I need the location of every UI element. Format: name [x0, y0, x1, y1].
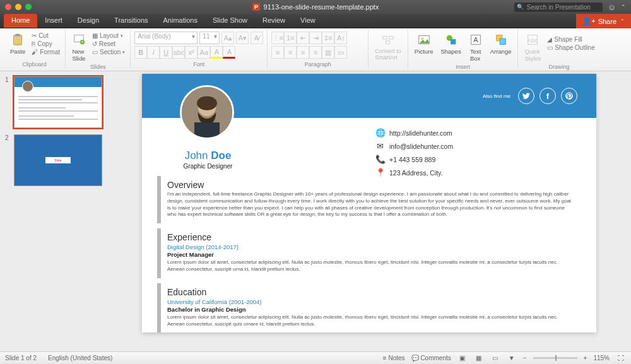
increase-font-button[interactable]: A▴ — [221, 32, 234, 44]
group-label-insert: Insert — [412, 63, 514, 70]
search-input[interactable]: Search in Presentation — [514, 3, 603, 12]
bold-button[interactable]: B — [134, 46, 147, 59]
twitter-icon[interactable] — [518, 88, 534, 104]
font-size-select[interactable]: 11 — [199, 32, 220, 44]
layout-button[interactable]: ▦Layout▾ — [91, 32, 126, 40]
group-label-drawing: Drawing — [522, 63, 596, 70]
slide-thumbnail-2[interactable]: Slide — [14, 134, 102, 186]
maximize-window-button[interactable] — [25, 4, 32, 10]
globe-icon: 🌐 — [375, 128, 384, 138]
minimize-window-button[interactable] — [15, 4, 21, 10]
textbox-button[interactable]: AText Box — [466, 32, 485, 63]
copy-button[interactable]: ⎘Copy — [30, 40, 61, 48]
shape-outline-button[interactable]: ▭Shape Outline — [546, 44, 596, 52]
facebook-icon[interactable]: f — [540, 88, 556, 104]
pinterest-icon[interactable] — [561, 88, 577, 104]
align-left-button[interactable]: ≡ — [271, 46, 284, 59]
ribbon-tabs: Home Insert Design Transitions Animation… — [0, 14, 631, 28]
tab-review[interactable]: Review — [255, 14, 293, 28]
align-center-button[interactable]: ≡ — [284, 46, 297, 59]
tab-design[interactable]: Design — [70, 14, 107, 28]
slide-canvas[interactable]: Also find me f John Doe Graphic Designer… — [107, 71, 631, 351]
profile-avatar — [180, 85, 234, 139]
clear-format-button[interactable]: A⁄ — [251, 32, 263, 44]
svg-point-22 — [197, 96, 217, 110]
close-window-button[interactable] — [5, 4, 11, 10]
tab-home[interactable]: Home — [4, 14, 37, 28]
normal-view-button[interactable]: ▣ — [457, 354, 468, 363]
slide-counter[interactable]: Slide 1 of 2 — [5, 355, 37, 361]
align-text-button[interactable]: ▭ — [334, 46, 347, 59]
slide-thumbnail-1[interactable] — [14, 76, 102, 128]
font-family-select[interactable]: Arial (Body) — [134, 32, 198, 44]
quick-styles-button[interactable]: AbcQuick Styles — [522, 32, 543, 63]
highlight-button[interactable]: A — [210, 46, 223, 59]
zoom-slider[interactable] — [533, 357, 577, 359]
justify-button[interactable]: ≡ — [309, 46, 322, 59]
new-slide-button[interactable]: +New Slide — [69, 32, 88, 63]
indent-button[interactable]: ⇥ — [309, 32, 322, 44]
user-smiley-icon[interactable]: ☺ — [608, 3, 616, 12]
tab-insert[interactable]: Insert — [37, 14, 70, 28]
change-case-button[interactable]: Aa — [198, 46, 210, 59]
decrease-font-button[interactable]: A▾ — [236, 32, 249, 44]
cut-button[interactable]: ✂Cut — [30, 32, 61, 40]
zoom-level[interactable]: 115% — [593, 355, 610, 361]
columns-button[interactable]: ▥ — [322, 46, 334, 59]
contact-address: 123 Address, City. — [389, 169, 442, 177]
underline-button[interactable]: U — [160, 46, 172, 59]
outdent-button[interactable]: ⇤ — [297, 32, 309, 44]
section-experience: Experience Digital Design (2014-2017) Pr… — [157, 228, 581, 278]
text-direction-button[interactable]: A↕ — [334, 32, 347, 44]
shape-fill-button[interactable]: ◢Shape Fill — [546, 35, 596, 44]
sorter-view-button[interactable]: ▦ — [474, 354, 484, 363]
svg-rect-17 — [500, 38, 505, 44]
svg-text:Abc: Abc — [528, 37, 538, 44]
share-button[interactable]: 👤+Share⌃ — [576, 14, 631, 28]
bullets-button[interactable]: ⋮≡ — [271, 32, 284, 44]
italic-button[interactable]: I — [147, 46, 160, 59]
zoom-in-button[interactable]: + — [584, 355, 587, 361]
tab-animations[interactable]: Animations — [156, 14, 205, 28]
strike-button[interactable]: abc — [172, 46, 185, 59]
align-right-button[interactable]: ≡ — [297, 46, 309, 59]
paste-button[interactable]: Paste — [8, 32, 28, 56]
format-painter-button[interactable]: 🖌Format — [30, 48, 61, 56]
tab-view[interactable]: View — [293, 14, 323, 28]
contact-phone: +1 443 559 889 — [389, 156, 435, 163]
group-label-font: Font — [134, 61, 263, 68]
picture-button[interactable]: Picture — [412, 32, 436, 56]
contact-email: info@slidehunter.com — [389, 143, 453, 150]
slideshow-view-button[interactable]: ▼ — [507, 354, 517, 363]
svg-rect-7 — [383, 37, 387, 40]
shapes-button[interactable]: Shapes — [438, 32, 463, 56]
slide[interactable]: Also find me f John Doe Graphic Designer… — [142, 74, 596, 332]
language-button[interactable]: English (United States) — [48, 355, 112, 361]
reset-button[interactable]: ↺Reset — [91, 40, 126, 48]
section-button[interactable]: ▭Section▾ — [91, 48, 126, 56]
contact-web: http://slidehunter.com — [389, 129, 452, 137]
zoom-out-button[interactable]: − — [523, 355, 527, 361]
notes-button[interactable]: ≡ Notes — [383, 355, 405, 361]
tab-slideshow[interactable]: Slide Show — [205, 14, 255, 28]
titlebar: P 9113-one-slide-resume-template.pptx Se… — [0, 0, 631, 14]
phone-icon: 📞 — [375, 155, 384, 164]
svg-rect-23 — [194, 122, 220, 138]
svg-rect-3 — [15, 34, 20, 37]
numbering-button[interactable]: 1≡ — [284, 32, 297, 44]
arrange-button[interactable]: Arrange — [488, 32, 514, 56]
fit-to-window-button[interactable]: ⛶ — [616, 354, 626, 363]
line-spacing-button[interactable]: ‡≡ — [322, 32, 334, 44]
reading-view-button[interactable]: ▭ — [490, 354, 500, 363]
tab-transitions[interactable]: Transitions — [107, 14, 155, 28]
thumbnail-panel: 1 2 Slide — [0, 71, 107, 351]
subscript-button[interactable]: x² — [185, 46, 198, 59]
font-color-button[interactable]: A — [223, 46, 235, 59]
email-icon: ✉ — [375, 141, 384, 151]
chevron-down-icon[interactable]: ⌃ — [621, 4, 626, 10]
section-overview: Overview I'm an independent, full-time f… — [157, 176, 581, 223]
comments-button[interactable]: 💬 Comments — [411, 355, 451, 361]
svg-text:P: P — [254, 4, 258, 10]
convert-smartart-button[interactable]: Convert to SmartArt — [372, 32, 404, 62]
profile-role: Graphic Designer — [162, 163, 254, 170]
